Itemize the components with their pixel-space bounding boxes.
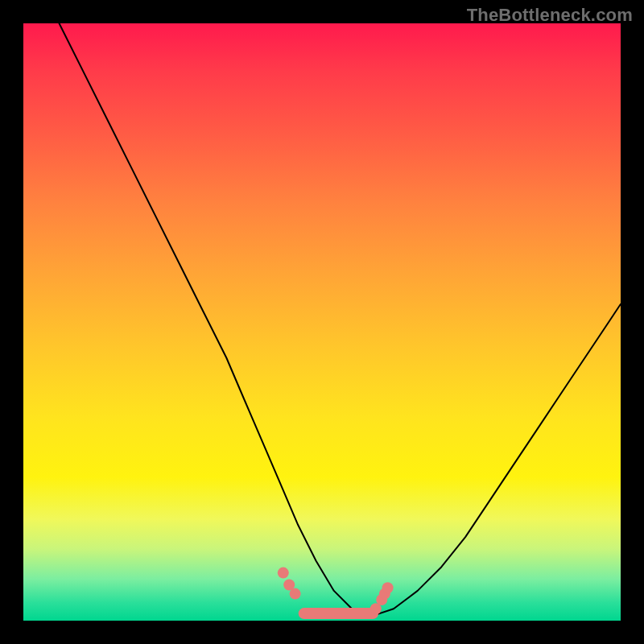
chart-svg bbox=[23, 23, 621, 621]
watermark-text: TheBottleneck.com bbox=[467, 5, 633, 26]
highlight-dot bbox=[278, 568, 289, 579]
bottleneck-curve bbox=[60, 23, 621, 615]
chart-plot-area bbox=[23, 23, 621, 621]
outer-frame: TheBottleneck.com bbox=[0, 0, 644, 644]
highlight-dots-group bbox=[278, 568, 394, 615]
highlight-dot bbox=[382, 582, 394, 593]
highlight-dot bbox=[290, 588, 301, 600]
